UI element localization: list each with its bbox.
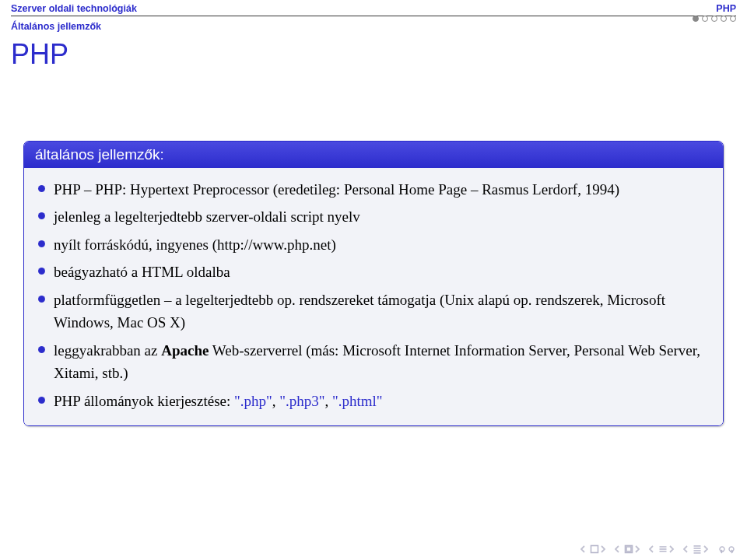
slide-title: PHP <box>0 32 747 71</box>
progress-dots <box>693 16 736 22</box>
content-area: általános jellemzők: PHP – PHP: Hypertex… <box>0 71 747 426</box>
progress-dot <box>702 16 708 22</box>
header-left: Szerver oldali technológiák <box>11 3 137 14</box>
subsection-label: Általános jellemzők <box>0 16 747 32</box>
progress-dot-current <box>693 16 699 22</box>
beamer-nav[interactable] <box>580 544 736 554</box>
block-body: PHP – PHP: Hypertext Preprocessor (erede… <box>24 168 723 425</box>
block-title: általános jellemzők: <box>24 142 723 168</box>
progress-dot <box>721 16 727 22</box>
bullet-item: nyílt forráskódú, ingyenes (http://www.p… <box>35 231 712 258</box>
bullet-item: beágyazható a HTML oldalba <box>35 258 712 285</box>
nav-prev-subsection[interactable] <box>615 544 643 554</box>
bullet-item: PHP állományok kierjesztése: ".php", ".p… <box>35 387 712 415</box>
nav-prev-section[interactable] <box>649 544 677 554</box>
bullet-item: PHP – PHP: Hypertext Preprocessor (erede… <box>35 176 712 203</box>
block: általános jellemzők: PHP – PHP: Hypertex… <box>23 141 724 426</box>
bullet-item: platformfüggetlen – a legelterjedtebb op… <box>35 286 712 337</box>
nav-prev-frame[interactable] <box>683 544 711 554</box>
svg-rect-0 <box>591 546 598 553</box>
header-right: PHP <box>716 3 736 14</box>
svg-rect-2 <box>626 547 631 551</box>
slide-header: Szerver oldali technológiák PHP <box>0 0 747 14</box>
nav-back-forward[interactable] <box>717 544 736 554</box>
bullet-list: PHP – PHP: Hypertext Preprocessor (erede… <box>35 176 712 415</box>
progress-dot <box>730 16 736 22</box>
progress-dot <box>711 16 717 22</box>
bullet-item: leggyakrabban az Apache Web-szerverrel (… <box>35 337 712 387</box>
nav-prev-slide[interactable] <box>580 544 608 554</box>
bullet-item: jelenleg a legelterjedtebb szerver-oldal… <box>35 203 712 230</box>
